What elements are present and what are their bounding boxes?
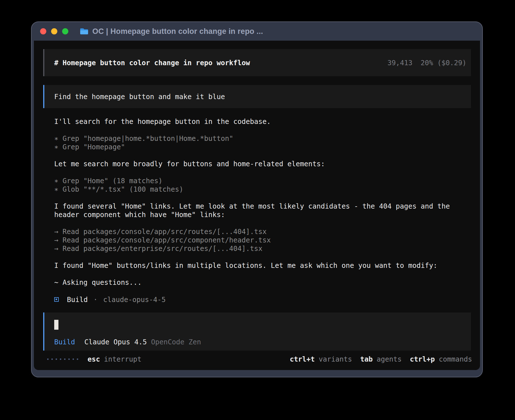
- shortcut-agents: tabagents: [360, 355, 402, 363]
- text-cursor: [54, 320, 58, 330]
- folder-icon: [80, 28, 89, 35]
- shortcut-label: interrupt: [104, 355, 141, 363]
- tool-search-line: ∗ Grep "homepage|home.*button|Home.*butt…: [54, 134, 469, 143]
- spinner-dot: [68, 358, 70, 360]
- spinner-dot: [60, 358, 61, 360]
- composer-status-row: Build Claude Opus 4.5 OpenCode Zen: [54, 338, 471, 346]
- shortcut-key: ctrl+t: [290, 355, 315, 363]
- minimize-button[interactable]: [51, 28, 57, 34]
- agent-status-row: Build · claude-opus-4-5: [54, 295, 480, 304]
- spinner-dots-icon: [47, 358, 78, 360]
- shortcut-label: commands: [439, 355, 472, 363]
- transcript-blank-line: [54, 270, 469, 278]
- app-window: OC | Homepage button color change in rep…: [31, 21, 483, 377]
- assistant-text-line: I found "Home" buttons/links in multiple…: [54, 261, 469, 270]
- tool-read-line: → Read packages/enterprise/src/routes/[.…: [54, 244, 469, 253]
- spinner-dot: [64, 358, 66, 360]
- spinner-dot: [47, 358, 49, 360]
- user-message: Find the homepage button and make it blu…: [43, 85, 471, 108]
- zoom-button[interactable]: [62, 28, 68, 34]
- spinner-dot: [77, 358, 78, 360]
- tool-search-line: ∗ Grep "Homepage": [54, 143, 469, 151]
- status-bar: esc interrupt ctrl+tvariantstabagentsctr…: [47, 355, 472, 363]
- close-button[interactable]: [40, 28, 46, 34]
- traffic-lights: [40, 28, 68, 34]
- shortcut-commands: ctrl+pcommands: [410, 355, 472, 363]
- shortcut-interrupt: esc interrupt: [88, 355, 141, 363]
- session-meta: 39,413 20% ($0.29): [387, 59, 466, 67]
- composer-model[interactable]: Claude Opus 4.5: [84, 338, 147, 346]
- agent-build-icon: [54, 297, 59, 302]
- composer-agent[interactable]: Build: [54, 338, 75, 346]
- transcript-blank-line: [54, 219, 469, 228]
- tool-search-line: ∗ Glob "**/*.tsx" (100 matches): [54, 185, 469, 194]
- session-title: # Homepage button color change in repo w…: [54, 59, 250, 67]
- tool-search-line: ∗ Grep "Home" (18 matches): [54, 177, 469, 185]
- transcript-blank-line: [54, 168, 469, 177]
- assistant-transcript: I'll search for the homepage button in t…: [54, 117, 469, 295]
- tool-read-line: → Read packages/console/app/src/componen…: [54, 236, 469, 244]
- composer-provider: OpenCode Zen: [151, 338, 201, 346]
- transcript-blank-line: [54, 287, 469, 295]
- shortcut-variants: ctrl+tvariants: [290, 355, 352, 363]
- transcript-blank-line: [54, 194, 469, 202]
- agent-separator: ·: [93, 296, 98, 304]
- assistant-text-line: ~ Asking questions...: [54, 278, 469, 287]
- tool-read-line: → Read packages/console/app/src/routes/[…: [54, 228, 469, 236]
- context-cost: 20% ($0.29): [421, 59, 466, 67]
- assistant-text-line: I found several "Home" links. Let me loo…: [54, 202, 469, 211]
- shortcut-key: esc: [88, 355, 100, 363]
- shortcut-group-right: ctrl+tvariantstabagentsctrl+pcommands: [290, 355, 472, 363]
- spinner-dot: [73, 358, 74, 360]
- user-message-text: Find the homepage button and make it blu…: [54, 93, 225, 101]
- terminal-content: # Homepage button color change in repo w…: [34, 41, 480, 370]
- transcript-blank-line: [54, 126, 469, 134]
- window-title: OC | Homepage button color change in rep…: [92, 27, 263, 36]
- assistant-text-line: header component which have "Home" links…: [54, 211, 469, 219]
- transcript-blank-line: [54, 151, 469, 160]
- token-count: 39,413: [387, 59, 413, 67]
- shortcut-key: tab: [360, 355, 373, 363]
- assistant-text-line: I'll search for the homepage button in t…: [54, 117, 469, 126]
- shortcut-key: ctrl+p: [410, 355, 435, 363]
- agent-name: Build: [67, 296, 88, 304]
- shortcut-label: variants: [319, 355, 352, 363]
- prompt-input[interactable]: Build Claude Opus 4.5 OpenCode Zen: [43, 312, 471, 351]
- assistant-text-line: Let me search more broadly for buttons a…: [54, 160, 469, 168]
- spinner-dot: [51, 358, 53, 360]
- shortcut-label: agents: [377, 355, 402, 363]
- titlebar[interactable]: OC | Homepage button color change in rep…: [32, 22, 482, 41]
- session-header: # Homepage button color change in repo w…: [43, 49, 471, 76]
- agent-model: claude-opus-4-5: [103, 296, 166, 304]
- spinner-dot: [56, 358, 57, 360]
- transcript-blank-line: [54, 253, 469, 261]
